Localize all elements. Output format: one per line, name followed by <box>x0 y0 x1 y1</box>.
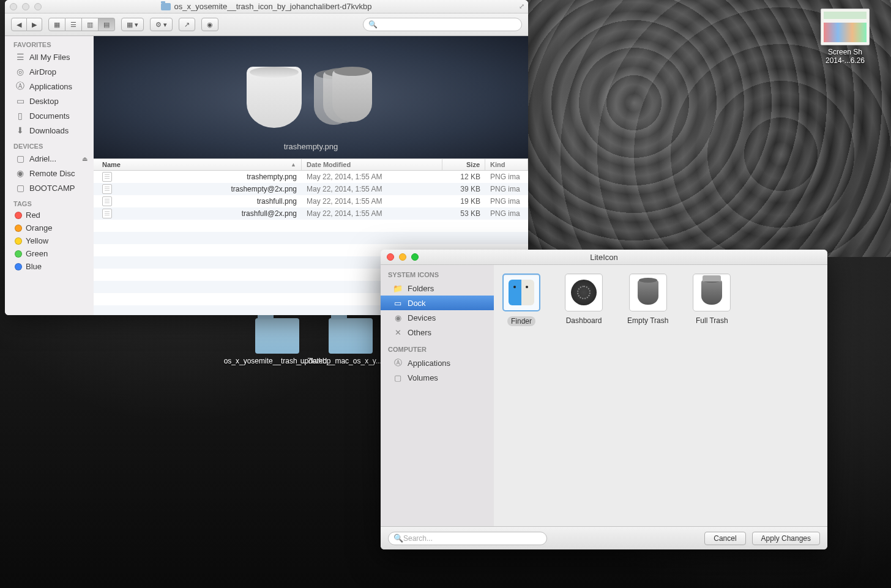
screenshot-label-line2: 2014-...6.26 <box>826 56 865 65</box>
all-files-icon: ☰ <box>15 51 26 62</box>
icon-item-full-trash[interactable]: Full Trash <box>693 274 731 325</box>
file-name: trashempty.png <box>247 173 297 181</box>
file-icon <box>102 172 112 182</box>
search-input[interactable] <box>378 20 516 29</box>
icon-preview <box>629 274 667 311</box>
column-label: Date Modified <box>307 161 351 168</box>
finder-sidebar: FAVORITES ☰All My Files ◎AirDrop ⒶApplic… <box>5 36 94 315</box>
cancel-button[interactable]: Cancel <box>704 532 745 545</box>
preview-filename: trashempty.png <box>94 142 528 151</box>
dock-icon: ▭ <box>393 298 403 308</box>
sidebar-label: Folders <box>408 284 434 293</box>
sidebar-item-folders[interactable]: 📁Folders <box>381 281 494 296</box>
back-button[interactable]: ◀ <box>11 18 27 31</box>
sidebar-tag-green[interactable]: Green <box>5 247 94 260</box>
icon-label: Full Trash <box>696 316 728 325</box>
folders-icon: 📁 <box>393 283 403 293</box>
list-header: Name▲ Date Modified Size Kind <box>94 158 528 171</box>
trash-empty-icon <box>247 67 302 128</box>
file-date: May 22, 2014, 1:55 AM <box>302 173 442 181</box>
icon-item-dashboard[interactable]: Dashboard <box>565 274 603 325</box>
sidebar-header-devices: DEVICES <box>5 138 94 151</box>
action-button[interactable]: ⚙ ▾ <box>150 18 173 31</box>
desktop-screenshot[interactable]: Screen Sh 2014-...6.26 <box>799 9 891 65</box>
column-kind-header[interactable]: Kind <box>485 159 528 170</box>
coverflow-preview[interactable]: trashempty.png <box>94 36 528 158</box>
folder-icon <box>161 3 171 10</box>
column-label: Size <box>466 161 480 168</box>
coverflow-view-button[interactable]: ▤ <box>99 18 115 31</box>
fullscreen-icon[interactable]: ⤢ <box>519 2 524 10</box>
empty-row <box>94 220 528 232</box>
sidebar-item-applications[interactable]: ⒶApplications <box>5 79 94 94</box>
file-row[interactable]: trashfull@2x.pngMay 22, 2014, 1:55 AM53 … <box>94 207 528 220</box>
icon-preview <box>502 274 540 311</box>
desktop-folder[interactable]: _updated__mac_os_x_y...7kv34v <box>317 318 384 365</box>
view-mode-buttons: ▦ ☰ ▥ ▤ <box>48 18 115 31</box>
file-row[interactable]: trashempty@2x.pngMay 22, 2014, 1:55 AM39… <box>94 183 528 195</box>
file-icon <box>102 184 112 194</box>
sidebar-item-downloads[interactable]: ⬇Downloads <box>5 123 94 138</box>
sidebar-item-disk[interactable]: ▢Adriel...⏏ <box>5 151 94 166</box>
file-date: May 22, 2014, 1:55 AM <box>302 209 442 218</box>
column-name-header[interactable]: Name▲ <box>94 159 302 170</box>
tags-button[interactable]: ◉ <box>201 18 218 31</box>
sidebar-tag-blue[interactable]: Blue <box>5 260 94 273</box>
sidebar-tag-yellow[interactable]: Yellow <box>5 234 94 247</box>
sidebar-item-remote-disc[interactable]: ◉Remote Disc <box>5 166 94 180</box>
column-size-header[interactable]: Size <box>442 159 485 170</box>
file-row[interactable]: trashempty.pngMay 22, 2014, 1:55 AM12 KB… <box>94 171 528 183</box>
preview-images <box>247 67 375 128</box>
sidebar-label: AirDrop <box>29 67 56 76</box>
apply-changes-button[interactable]: Apply Changes <box>752 532 820 545</box>
trash-full-icon <box>701 280 722 305</box>
sidebar-item-bootcamp[interactable]: ▢BOOTCAMP <box>5 180 94 195</box>
liteicon-sidebar: SYSTEM ICONS 📁Folders ▭Dock ◉Devices ✕Ot… <box>381 265 494 526</box>
sidebar-item-dock[interactable]: ▭Dock <box>381 296 494 310</box>
file-size: 39 KB <box>442 185 485 193</box>
forward-button[interactable]: ▶ <box>27 18 42 31</box>
sidebar-item-applications[interactable]: ⒶApplications <box>381 355 494 370</box>
liteicon-titlebar[interactable]: LiteIcon <box>381 250 827 265</box>
file-kind: PNG ima <box>485 209 528 218</box>
finder-titlebar[interactable]: os_x_yosemite__trash_icon_by_johanchalib… <box>5 0 528 13</box>
sidebar-tag-orange[interactable]: Orange <box>5 221 94 234</box>
icon-view-button[interactable]: ▦ <box>48 18 65 31</box>
sidebar-item-all-my-files[interactable]: ☰All My Files <box>5 50 94 64</box>
icon-item-empty-trash[interactable]: Empty Trash <box>627 274 668 325</box>
window-title: os_x_yosemite__trash_icon_by_johanchalib… <box>5 2 528 11</box>
sidebar-label: Devices <box>408 313 436 322</box>
icon-item-finder[interactable]: Finder <box>502 274 540 326</box>
sidebar-label: Others <box>408 328 431 337</box>
file-row[interactable]: trashfull.pngMay 22, 2014, 1:55 AM19 KBP… <box>94 195 528 207</box>
share-button[interactable]: ↗ <box>179 18 195 31</box>
list-view-button[interactable]: ☰ <box>65 18 82 31</box>
file-name: trashfull@2x.png <box>242 209 297 218</box>
screenshot-thumb-icon <box>821 9 870 45</box>
sidebar-item-desktop[interactable]: ▭Desktop <box>5 94 94 108</box>
finder-toolbar: ◀ ▶ ▦ ☰ ▥ ▤ ▦ ▾ ⚙ ▾ ↗ ◉ 🔍 <box>5 13 528 36</box>
sidebar-label: Applications <box>408 359 450 368</box>
column-date-header[interactable]: Date Modified <box>302 159 442 170</box>
arrange-button[interactable]: ▦ ▾ <box>121 18 144 31</box>
sidebar-label: Desktop <box>29 97 59 106</box>
volumes-icon: ▢ <box>393 373 403 382</box>
sidebar-tag-red[interactable]: Red <box>5 209 94 221</box>
tag-dot-icon <box>15 237 22 245</box>
sidebar-item-volumes[interactable]: ▢Volumes <box>381 370 494 385</box>
sidebar-label: BOOTCAMP <box>29 184 75 193</box>
column-view-button[interactable]: ▥ <box>82 18 99 31</box>
sidebar-item-devices[interactable]: ◉Devices <box>381 310 494 325</box>
eject-icon[interactable]: ⏏ <box>82 155 88 162</box>
sidebar-item-documents[interactable]: ▯Documents <box>5 108 94 123</box>
search-input[interactable] <box>403 534 542 543</box>
sidebar-item-airdrop[interactable]: ◎AirDrop <box>5 64 94 79</box>
sidebar-label: Green <box>26 249 48 258</box>
liteicon-search[interactable]: 🔍 <box>388 532 547 545</box>
sidebar-label: Yellow <box>26 236 48 245</box>
sidebar-item-others[interactable]: ✕Others <box>381 325 494 340</box>
others-icon: ✕ <box>393 327 403 337</box>
sidebar-label: Red <box>26 210 40 220</box>
finder-search[interactable]: 🔍 <box>363 18 522 31</box>
folder-icon <box>255 318 299 354</box>
